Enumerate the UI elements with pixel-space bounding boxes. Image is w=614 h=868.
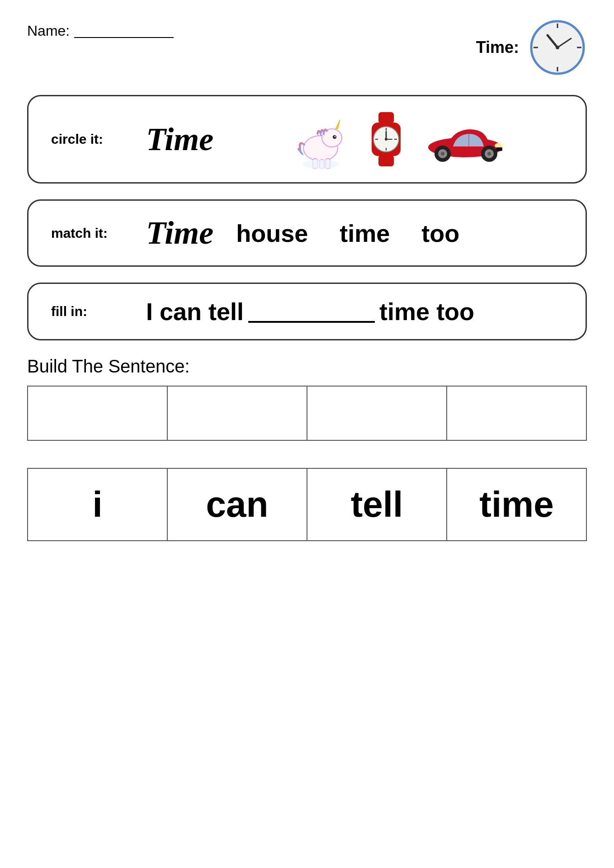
match-it-box: match it: Time house time too [27,199,587,267]
circle-it-word: Time [146,121,213,158]
sentence-build-table-top [27,386,587,441]
top-cell-4[interactable] [447,386,586,440]
word-tile-3[interactable]: tell [307,468,447,541]
top-cell-1[interactable] [28,386,167,440]
fill-in-blank[interactable] [248,300,375,323]
svg-rect-17 [378,112,394,123]
match-it-label: match it: [51,226,123,241]
fill-in-before: I can tell [146,297,244,326]
svg-point-35 [487,152,491,156]
circle-it-images [236,110,563,169]
time-section: Time: [476,18,587,77]
header: Name: Time: [27,18,587,77]
clock-icon [528,18,587,77]
match-option-1: house [236,219,308,247]
top-cell-3[interactable] [307,386,447,440]
watch-icon [364,110,409,169]
svg-point-12 [334,136,335,137]
match-it-options: house time too [236,219,563,247]
build-sentence-label: Build The Sentence: [27,356,587,377]
svg-point-16 [302,160,339,169]
match-it-word: Time [146,214,213,252]
word-tile-2[interactable]: can [167,468,307,541]
svg-rect-18 [378,155,394,166]
fill-in-label: fill in: [51,304,123,319]
svg-point-27 [385,138,387,141]
car-icon [422,117,508,162]
match-option-2: time [340,219,390,247]
match-option-3: too [421,219,459,247]
circle-it-label: circle it: [51,132,123,147]
name-label: Name: [27,23,70,39]
sentence-word-tiles: i can tell time [27,468,587,541]
svg-point-32 [441,152,444,156]
fill-in-after: time too [379,297,474,326]
top-cell-2[interactable] [167,386,307,440]
time-label: Time: [476,38,519,57]
word-tile-4[interactable]: time [447,468,586,541]
svg-point-7 [556,46,559,49]
name-underline [74,24,174,38]
fill-in-sentence: I can tell time too [146,297,474,326]
name-section: Name: [27,23,174,39]
word-tile-1[interactable]: i [28,468,167,541]
svg-rect-37 [496,147,502,151]
unicorn-icon [291,110,350,169]
circle-it-box: circle it: Time [27,95,587,184]
fill-in-box: fill in: I can tell time too [27,283,587,340]
svg-marker-10 [335,120,340,129]
